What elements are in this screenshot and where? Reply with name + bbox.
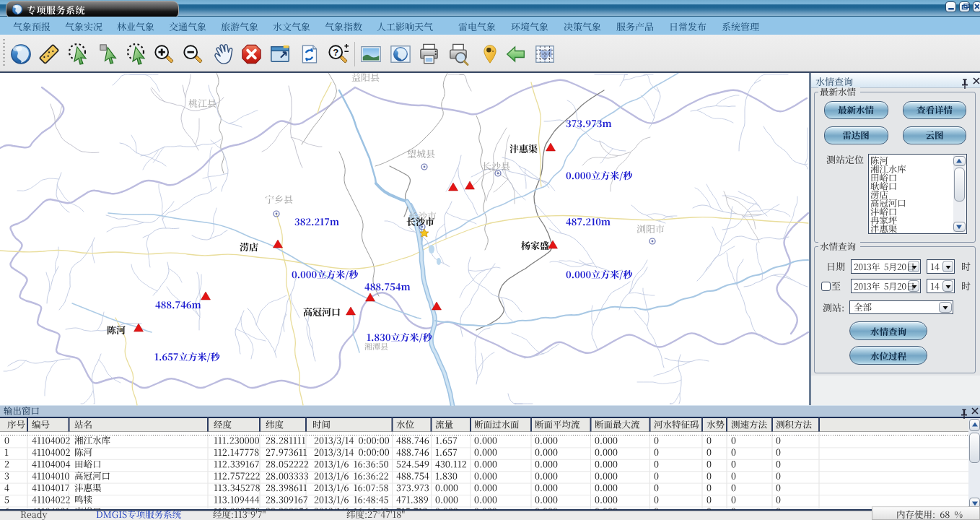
- svg-text:?: ?: [333, 47, 338, 58]
